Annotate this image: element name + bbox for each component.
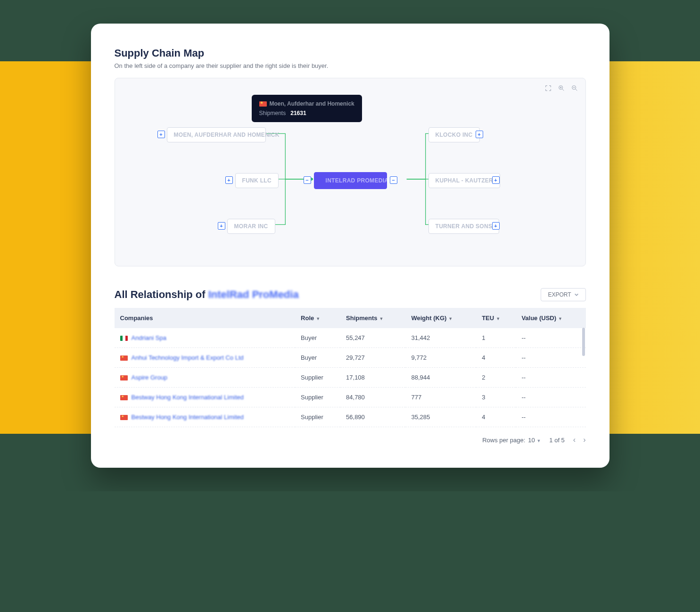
page-indicator: 1 of 5	[549, 437, 565, 444]
expand-node-button[interactable]: +	[225, 176, 233, 184]
cell-value: --	[516, 407, 585, 427]
table-row[interactable]: Andriani SpaBuyer55,24731,4421--	[115, 328, 586, 348]
cell-teu: 3	[476, 388, 516, 407]
cell-shipments: 84,780	[340, 388, 405, 407]
cell-weight: 9,772	[405, 348, 476, 368]
chevron-down-icon	[574, 292, 579, 297]
buyer-node[interactable]: TURNER AND SONS	[428, 219, 500, 234]
supplier-node[interactable]: MOEN, AUFDERHAR AND HOMENICK	[167, 127, 266, 142]
flag-it-icon	[120, 336, 128, 341]
node-tooltip: Moen, Aufderhar and Homenick Shipments21…	[252, 95, 362, 122]
col-role[interactable]: Role▼	[295, 308, 340, 328]
cell-value: --	[516, 368, 585, 388]
collapse-node-button[interactable]: −	[390, 176, 397, 184]
table-row[interactable]: Aspire GroupSupplier17,10888,9442--	[115, 368, 586, 388]
page-title: Supply Chain Map	[115, 47, 586, 59]
rows-per-page-label: Rows per page:	[482, 437, 525, 444]
page-subtitle: On the left side of a company are their …	[115, 62, 586, 69]
rows-per-page-select[interactable]: 10 ▼	[528, 437, 541, 444]
supplier-node[interactable]: MORAR INC	[227, 219, 275, 234]
table-row[interactable]: Bestway Hong Kong International LimitedS…	[115, 388, 586, 407]
cell-shipments: 29,727	[340, 348, 405, 368]
cell-value: --	[516, 388, 585, 407]
expand-node-button[interactable]: +	[492, 176, 500, 184]
supply-chain-map[interactable]: Moen, Aufderhar and Homenick Shipments21…	[115, 78, 586, 266]
expand-node-button[interactable]: +	[492, 222, 500, 230]
cell-role: Supplier	[295, 407, 340, 427]
collapse-node-button[interactable]: −	[304, 176, 311, 184]
next-page-button[interactable]: ›	[583, 436, 585, 444]
flag-cn-icon	[120, 356, 128, 361]
company-link[interactable]: Bestway Hong Kong International Limited	[132, 394, 244, 401]
center-company-node[interactable]: INTELRAD PROMEDIA	[314, 172, 387, 189]
cell-role: Buyer	[295, 348, 340, 368]
col-weight[interactable]: Weight (KG)▼	[405, 308, 476, 328]
col-shipments[interactable]: Shipments▼	[340, 308, 405, 328]
flag-cn-icon	[259, 101, 267, 107]
cell-role: Supplier	[295, 368, 340, 388]
flag-cn-icon	[120, 415, 128, 420]
tooltip-shipments-label: Shipments	[259, 110, 286, 116]
tooltip-shipments-value: 21631	[290, 110, 306, 116]
flag-cn-icon	[120, 395, 128, 400]
cell-weight: 35,285	[405, 407, 476, 427]
cell-value: --	[516, 328, 585, 348]
export-button[interactable]: EXPORT	[541, 288, 585, 301]
expand-node-button[interactable]: +	[476, 131, 483, 138]
relationship-title: All Relationship of IntelRad ProMedia	[115, 289, 299, 301]
col-companies[interactable]: Companies	[115, 308, 296, 328]
cell-shipments: 17,108	[340, 368, 405, 388]
cell-shipments: 55,247	[340, 328, 405, 348]
tooltip-company: Moen, Aufderhar and Homenick	[270, 100, 354, 107]
company-link[interactable]: Aspire Group	[132, 374, 168, 381]
cell-role: Supplier	[295, 388, 340, 407]
table-row[interactable]: Bestway Hong Kong International LimitedS…	[115, 407, 586, 427]
expand-node-button[interactable]: +	[157, 131, 165, 138]
pagination: Rows per page: 10 ▼ 1 of 5 ‹ ›	[115, 436, 586, 444]
relationship-table: Companies Role▼ Shipments▼ Weight (KG)▼ …	[115, 308, 586, 427]
cell-teu: 1	[476, 328, 516, 348]
company-link[interactable]: Andriani Spa	[132, 334, 166, 341]
cell-weight: 31,442	[405, 328, 476, 348]
cell-weight: 88,944	[405, 368, 476, 388]
cell-teu: 4	[476, 407, 516, 427]
buyer-node[interactable]: KUPHAL - KAUTZER	[428, 173, 501, 188]
supplier-node[interactable]: FUNK LLC	[235, 173, 279, 188]
cell-shipments: 56,890	[340, 407, 405, 427]
main-card: Supply Chain Map On the left side of a c…	[91, 24, 609, 468]
scrollbar[interactable]	[582, 328, 585, 356]
col-teu[interactable]: TEU▼	[476, 308, 516, 328]
cell-role: Buyer	[295, 328, 340, 348]
cell-weight: 777	[405, 388, 476, 407]
company-link[interactable]: Bestway Hong Kong International Limited	[132, 414, 244, 421]
table-row[interactable]: Anhui Technology Import & Export Co LtdB…	[115, 348, 586, 368]
col-value[interactable]: Value (USD)▼	[516, 308, 585, 328]
cell-value: --	[516, 348, 585, 368]
company-link[interactable]: Anhui Technology Import & Export Co Ltd	[132, 354, 244, 361]
expand-node-button[interactable]: +	[218, 222, 225, 230]
cell-teu: 2	[476, 368, 516, 388]
prev-page-button[interactable]: ‹	[573, 436, 576, 444]
buyer-node[interactable]: KLOCKO INC	[428, 127, 480, 142]
flag-cn-icon	[120, 375, 128, 380]
cell-teu: 4	[476, 348, 516, 368]
